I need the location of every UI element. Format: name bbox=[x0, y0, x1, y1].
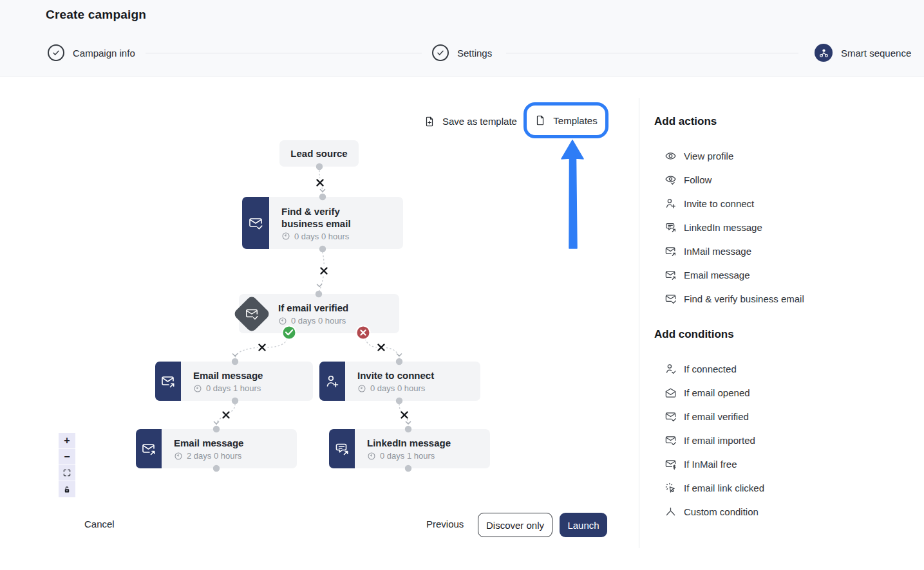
action-item-view-profile[interactable]: View profile bbox=[639, 144, 924, 168]
mail-check-icon bbox=[665, 434, 677, 446]
page-header: Create campaign Campaign info Settings S… bbox=[0, 0, 924, 77]
lock-icon bbox=[62, 485, 71, 494]
flow-node-find-verify-email[interactable]: Find & verify business email 0 days 0 ho… bbox=[242, 197, 403, 249]
mail-arrow-icon bbox=[136, 429, 162, 468]
page-title: Create campaign bbox=[46, 8, 146, 22]
flow-node-linkedin-message[interactable]: LinkedIn message 0 days 1 hours bbox=[329, 429, 490, 468]
condition-item-if-email-verified[interactable]: If email verified bbox=[639, 405, 924, 428]
node-delay: 0 days 1 hours bbox=[206, 383, 261, 393]
templates-button[interactable]: Templates bbox=[534, 115, 597, 126]
minus-icon: − bbox=[64, 451, 70, 463]
step-label: Smart sequence bbox=[841, 48, 911, 59]
flow-node-email-message-2[interactable]: Email message 2 days 0 hours bbox=[136, 429, 297, 468]
templates-label: Templates bbox=[553, 115, 597, 126]
zoom-out-button[interactable]: − bbox=[59, 449, 75, 465]
node-title: business email bbox=[281, 217, 351, 230]
flow-node-invite-to-connect[interactable]: Invite to connect 0 days 0 hours bbox=[319, 362, 480, 401]
mail-arrow-icon bbox=[665, 269, 677, 281]
mail-arrow-icon bbox=[665, 245, 677, 257]
node-title: Invite to connect bbox=[357, 369, 434, 382]
condition-item-if-email-imported[interactable]: If email imported bbox=[639, 428, 924, 452]
node-title: Lead source bbox=[290, 148, 347, 159]
clock-icon bbox=[193, 384, 202, 393]
plus-icon: + bbox=[64, 435, 70, 446]
stepper-step-settings[interactable]: Settings bbox=[432, 44, 492, 61]
templates-button-highlight: Templates bbox=[523, 102, 608, 138]
fit-view-icon bbox=[62, 468, 71, 477]
node-delay: 0 days 0 hours bbox=[291, 316, 346, 326]
node-title: Find & verify bbox=[281, 205, 351, 217]
condition-item-if-inmail-free[interactable]: If InMail free bbox=[639, 452, 924, 476]
stepper-line bbox=[506, 53, 798, 53]
clock-icon bbox=[367, 452, 376, 461]
node-delay: 0 days 1 hours bbox=[380, 451, 435, 461]
flow-node-lead-source[interactable]: Lead source bbox=[279, 140, 359, 167]
step-label: Settings bbox=[457, 48, 492, 59]
condition-item-custom-condition[interactable]: Custom condition bbox=[639, 500, 924, 524]
node-title: Email message bbox=[174, 437, 243, 449]
smart-sequence-icon bbox=[815, 44, 833, 62]
mail-check-icon bbox=[245, 307, 259, 321]
eye-check-icon bbox=[665, 174, 677, 186]
mail-check-icon bbox=[665, 293, 677, 305]
action-item-invite-to-connect[interactable]: Invite to connect bbox=[639, 192, 924, 216]
cursor-click-icon bbox=[665, 482, 677, 494]
node-title: If email verified bbox=[278, 302, 348, 314]
condition-item-if-email-opened[interactable]: If email opened bbox=[639, 381, 924, 405]
zoom-in-button[interactable]: + bbox=[59, 433, 75, 449]
actions-sidebar: Add actions View profile Follow Invite t… bbox=[639, 98, 924, 548]
step-check-icon bbox=[432, 44, 449, 61]
action-item-linkedin-message[interactable]: LinkedIn message bbox=[639, 216, 924, 239]
lock-button[interactable] bbox=[59, 481, 75, 497]
mail-arrow-icon bbox=[155, 362, 181, 401]
save-as-template-label: Save as template bbox=[442, 116, 517, 127]
mail-open-icon bbox=[665, 387, 677, 399]
file-icon bbox=[534, 115, 546, 126]
clock-icon bbox=[281, 232, 290, 241]
person-check-icon bbox=[665, 363, 677, 375]
annotation-arrow-icon bbox=[559, 140, 587, 249]
flow-connectors bbox=[0, 0, 644, 570]
clock-icon bbox=[174, 452, 183, 461]
node-delay: 0 days 0 hours bbox=[370, 383, 425, 393]
mail-check-icon bbox=[242, 197, 269, 249]
canvas-zoom-panel: + − bbox=[59, 433, 75, 497]
node-title: LinkedIn message bbox=[367, 437, 451, 449]
mail-dollar-icon bbox=[665, 458, 677, 470]
action-item-inmail-message[interactable]: InMail message bbox=[639, 239, 924, 263]
stepper-step-smart-sequence[interactable]: Smart sequence bbox=[815, 44, 911, 62]
action-item-follow[interactable]: Follow bbox=[639, 168, 924, 192]
chat-arrow-icon bbox=[329, 429, 355, 468]
mail-check-icon bbox=[665, 410, 677, 423]
flow-node-email-message-1[interactable]: Email message 0 days 1 hours bbox=[155, 362, 313, 401]
file-plus-icon bbox=[424, 116, 435, 127]
action-item-find-verify-email[interactable]: Find & verify business email bbox=[639, 287, 924, 311]
person-plus-icon bbox=[665, 198, 677, 210]
create-campaign-page: Create campaign Campaign info Settings S… bbox=[0, 0, 924, 570]
step-label: Campaign info bbox=[73, 48, 135, 59]
step-check-icon bbox=[48, 44, 64, 61]
conditions-list: If connected If email opened If email ve… bbox=[639, 357, 924, 524]
eye-icon bbox=[665, 150, 677, 162]
condition-item-if-email-link-clicked[interactable]: If email link clicked bbox=[639, 476, 924, 500]
clock-icon bbox=[357, 384, 366, 393]
discover-only-button[interactable]: Discover only bbox=[478, 513, 552, 537]
stepper-line bbox=[146, 53, 422, 53]
person-plus-icon bbox=[319, 362, 345, 401]
node-title: Email message bbox=[193, 369, 263, 382]
fit-view-button[interactable] bbox=[59, 465, 75, 481]
stepper-step-campaign-info[interactable]: Campaign info bbox=[48, 44, 135, 61]
node-delay: 2 days 0 hours bbox=[187, 451, 241, 461]
chat-arrow-icon bbox=[665, 221, 677, 234]
actions-list: View profile Follow Invite to connect Li… bbox=[639, 144, 924, 311]
cancel-button[interactable]: Cancel bbox=[84, 519, 115, 529]
save-as-template-button[interactable]: Save as template bbox=[424, 111, 517, 132]
action-item-email-message[interactable]: Email message bbox=[639, 263, 924, 287]
node-delay: 0 days 0 hours bbox=[294, 232, 349, 241]
launch-button[interactable]: Launch bbox=[560, 513, 607, 537]
condition-item-if-connected[interactable]: If connected bbox=[639, 357, 924, 381]
previous-button[interactable]: Previous bbox=[426, 519, 464, 529]
branch-icon bbox=[665, 506, 677, 518]
add-conditions-heading: Add conditions bbox=[639, 311, 924, 341]
clock-icon bbox=[278, 317, 287, 326]
